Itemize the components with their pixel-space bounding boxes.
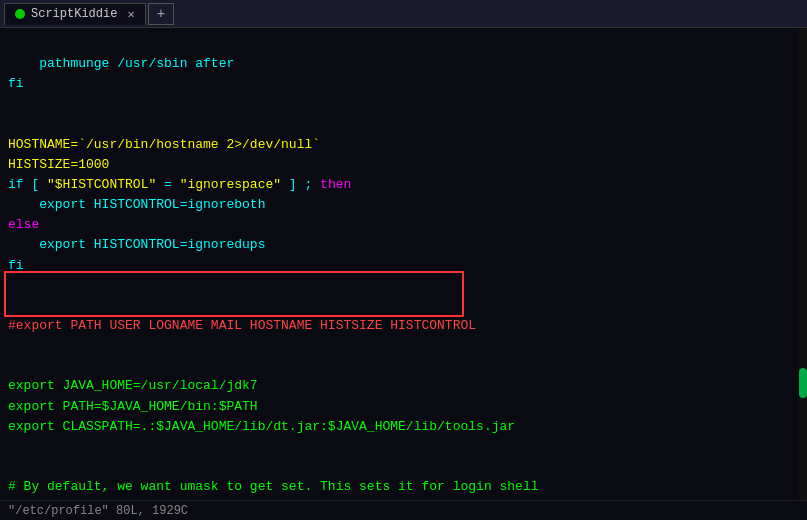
line-5: HISTSIZE=1000 — [8, 157, 109, 172]
statusbar: "/etc/profile" 80L, 1929C — [0, 500, 807, 520]
line-12: #export PATH USER LOGNAME MAIL HOSTNAME … — [8, 318, 476, 333]
tab-label: ScriptKiddie — [31, 7, 117, 21]
line-18: # By default, we want umask to get set. … — [8, 479, 539, 494]
editor-area: pathmunge /usr/sbin after fi HOSTNAME=`/… — [0, 28, 807, 500]
code-content: pathmunge /usr/sbin after fi HOSTNAME=`/… — [8, 34, 807, 500]
active-tab[interactable]: ScriptKiddie ✕ — [4, 3, 146, 25]
line-7: export HISTCONTROL=ignoreboth — [8, 197, 265, 212]
line-9: export HISTCONTROL=ignoredups — [8, 237, 265, 252]
line-1: pathmunge /usr/sbin after — [8, 56, 234, 71]
line-4: HOSTNAME=`/usr/bin/hostname 2>/dev/null` — [8, 137, 320, 152]
line-6: if [ "$HISTCONTROL" = "ignorespace" ] ; … — [8, 177, 351, 192]
line-8: else — [8, 217, 39, 232]
line-16: export CLASSPATH=.:$JAVA_HOME/lib/dt.jar… — [8, 419, 515, 434]
line-2: fi — [8, 76, 24, 91]
line-10: fi — [8, 258, 24, 273]
titlebar: ScriptKiddie ✕ + — [0, 0, 807, 28]
tab-close-icon[interactable]: ✕ — [127, 7, 134, 22]
scrollbar-thumb[interactable] — [799, 368, 807, 398]
status-text: "/etc/profile" 80L, 1929C — [8, 504, 188, 518]
line-19: # Current threshold for system reserved … — [8, 499, 437, 500]
tab-indicator — [15, 9, 25, 19]
line-14: export JAVA_HOME=/usr/local/jdk7 — [8, 378, 258, 393]
line-15: export PATH=$JAVA_HOME/bin:$PATH — [8, 399, 258, 414]
new-tab-button[interactable]: + — [148, 3, 174, 25]
scrollbar-track — [799, 28, 807, 500]
